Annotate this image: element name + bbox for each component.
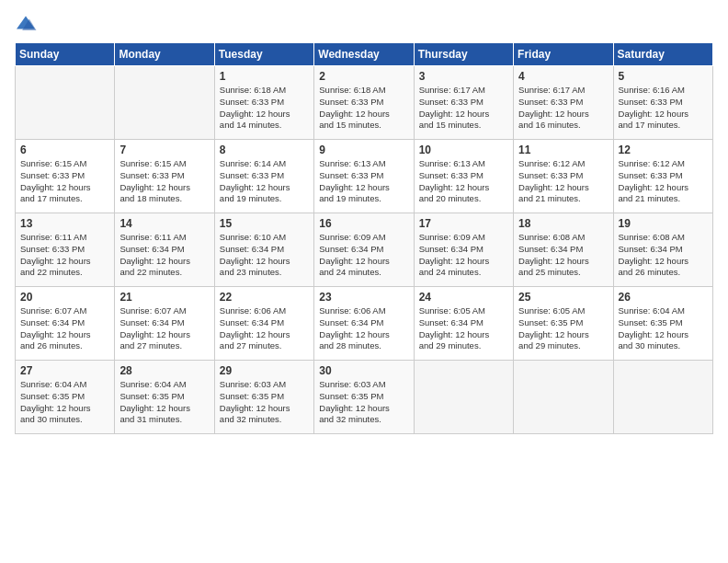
calendar-cell: 5Sunrise: 6:16 AM Sunset: 6:33 PM Daylig… (613, 66, 712, 140)
day-number: 13 (20, 217, 109, 230)
cell-info: Sunrise: 6:18 AM Sunset: 6:33 PM Dayligh… (319, 85, 408, 132)
day-number: 19 (619, 217, 708, 230)
calendar-cell: 20Sunrise: 6:07 AM Sunset: 6:34 PM Dayli… (16, 287, 115, 361)
cell-info: Sunrise: 6:03 AM Sunset: 6:35 PM Dayligh… (319, 379, 408, 426)
cell-info: Sunrise: 6:06 AM Sunset: 6:34 PM Dayligh… (319, 305, 408, 352)
calendar-cell: 10Sunrise: 6:13 AM Sunset: 6:33 PM Dayli… (414, 140, 513, 213)
cell-info: Sunrise: 6:14 AM Sunset: 6:33 PM Dayligh… (220, 158, 309, 205)
day-number: 11 (518, 144, 608, 156)
day-number: 2 (319, 70, 408, 83)
cell-info: Sunrise: 6:13 AM Sunset: 6:33 PM Dayligh… (419, 158, 508, 205)
calendar-cell: 3Sunrise: 6:17 AM Sunset: 6:33 PM Daylig… (414, 66, 513, 140)
day-number: 8 (220, 144, 309, 156)
day-number: 14 (119, 217, 209, 230)
day-number: 1 (220, 70, 309, 83)
cell-info: Sunrise: 6:16 AM Sunset: 6:33 PM Dayligh… (619, 85, 708, 132)
day-header: Wednesday (314, 43, 414, 66)
cell-info: Sunrise: 6:11 AM Sunset: 6:34 PM Dayligh… (119, 232, 209, 279)
day-number: 25 (518, 291, 608, 304)
day-header: Sunday (16, 43, 115, 66)
cell-info: Sunrise: 6:09 AM Sunset: 6:34 PM Dayligh… (319, 232, 408, 279)
day-number: 3 (419, 70, 508, 83)
day-header: Saturday (613, 43, 712, 66)
page-header (15, 15, 713, 33)
calendar-cell: 17Sunrise: 6:09 AM Sunset: 6:34 PM Dayli… (414, 213, 513, 287)
cell-info: Sunrise: 6:12 AM Sunset: 6:33 PM Dayligh… (619, 158, 708, 205)
day-header: Tuesday (214, 43, 313, 66)
day-number: 5 (619, 70, 708, 83)
day-number: 30 (319, 364, 408, 377)
day-header: Thursday (414, 43, 513, 66)
calendar-cell: 29Sunrise: 6:03 AM Sunset: 6:35 PM Dayli… (214, 361, 313, 434)
day-number: 12 (619, 144, 708, 156)
cell-info: Sunrise: 6:09 AM Sunset: 6:34 PM Dayligh… (419, 232, 508, 279)
day-number: 7 (119, 144, 209, 156)
cell-info: Sunrise: 6:12 AM Sunset: 6:33 PM Dayligh… (518, 158, 608, 205)
calendar-week-row: 13Sunrise: 6:11 AM Sunset: 6:33 PM Dayli… (16, 213, 713, 287)
cell-info: Sunrise: 6:05 AM Sunset: 6:35 PM Dayligh… (518, 305, 608, 352)
calendar-cell (16, 66, 115, 140)
cell-info: Sunrise: 6:04 AM Sunset: 6:35 PM Dayligh… (619, 305, 708, 352)
calendar-cell: 7Sunrise: 6:15 AM Sunset: 6:33 PM Daylig… (115, 140, 214, 213)
calendar-cell: 28Sunrise: 6:04 AM Sunset: 6:35 PM Dayli… (115, 361, 214, 434)
calendar-cell (115, 66, 214, 140)
day-number: 16 (319, 217, 408, 230)
calendar-cell: 24Sunrise: 6:05 AM Sunset: 6:34 PM Dayli… (414, 287, 513, 361)
day-number: 21 (119, 291, 209, 304)
cell-info: Sunrise: 6:15 AM Sunset: 6:33 PM Dayligh… (20, 158, 109, 205)
cell-info: Sunrise: 6:11 AM Sunset: 6:33 PM Dayligh… (20, 232, 109, 279)
calendar-table: SundayMondayTuesdayWednesdayThursdayFrid… (15, 42, 713, 434)
cell-info: Sunrise: 6:15 AM Sunset: 6:33 PM Dayligh… (119, 158, 209, 205)
day-number: 26 (619, 291, 708, 304)
day-number: 17 (419, 217, 508, 230)
day-number: 27 (20, 364, 109, 377)
day-number: 9 (319, 144, 408, 156)
calendar-week-row: 20Sunrise: 6:07 AM Sunset: 6:34 PM Dayli… (16, 287, 713, 361)
calendar-cell: 21Sunrise: 6:07 AM Sunset: 6:34 PM Dayli… (115, 287, 214, 361)
calendar-cell: 23Sunrise: 6:06 AM Sunset: 6:34 PM Dayli… (314, 287, 414, 361)
calendar-week-row: 27Sunrise: 6:04 AM Sunset: 6:35 PM Dayli… (16, 361, 713, 434)
cell-info: Sunrise: 6:17 AM Sunset: 6:33 PM Dayligh… (419, 85, 508, 132)
day-number: 24 (419, 291, 508, 304)
calendar-cell: 2Sunrise: 6:18 AM Sunset: 6:33 PM Daylig… (314, 66, 414, 140)
calendar-cell: 13Sunrise: 6:11 AM Sunset: 6:33 PM Dayli… (16, 213, 115, 287)
day-number: 6 (20, 144, 109, 156)
calendar-cell (414, 361, 513, 434)
cell-info: Sunrise: 6:13 AM Sunset: 6:33 PM Dayligh… (319, 158, 408, 205)
day-header: Friday (514, 43, 613, 66)
calendar-cell: 27Sunrise: 6:04 AM Sunset: 6:35 PM Dayli… (16, 361, 115, 434)
cell-info: Sunrise: 6:18 AM Sunset: 6:33 PM Dayligh… (220, 85, 309, 132)
cell-info: Sunrise: 6:08 AM Sunset: 6:34 PM Dayligh… (619, 232, 708, 279)
calendar-cell (613, 361, 712, 434)
cell-info: Sunrise: 6:06 AM Sunset: 6:34 PM Dayligh… (220, 305, 309, 352)
calendar-cell: 22Sunrise: 6:06 AM Sunset: 6:34 PM Dayli… (214, 287, 313, 361)
day-number: 18 (518, 217, 608, 230)
day-number: 10 (419, 144, 508, 156)
day-number: 23 (319, 291, 408, 304)
calendar-cell: 12Sunrise: 6:12 AM Sunset: 6:33 PM Dayli… (613, 140, 712, 213)
calendar-cell: 19Sunrise: 6:08 AM Sunset: 6:34 PM Dayli… (613, 213, 712, 287)
logo (15, 15, 40, 33)
logo-icon (15, 15, 37, 33)
calendar-cell: 14Sunrise: 6:11 AM Sunset: 6:34 PM Dayli… (115, 213, 214, 287)
day-header: Monday (115, 43, 214, 66)
calendar-cell: 15Sunrise: 6:10 AM Sunset: 6:34 PM Dayli… (214, 213, 313, 287)
calendar-header-row: SundayMondayTuesdayWednesdayThursdayFrid… (16, 43, 713, 66)
day-number: 22 (220, 291, 309, 304)
cell-info: Sunrise: 6:08 AM Sunset: 6:34 PM Dayligh… (518, 232, 608, 279)
cell-info: Sunrise: 6:04 AM Sunset: 6:35 PM Dayligh… (119, 379, 209, 426)
day-number: 15 (220, 217, 309, 230)
calendar-cell: 6Sunrise: 6:15 AM Sunset: 6:33 PM Daylig… (16, 140, 115, 213)
calendar-cell: 9Sunrise: 6:13 AM Sunset: 6:33 PM Daylig… (314, 140, 414, 213)
calendar-cell: 25Sunrise: 6:05 AM Sunset: 6:35 PM Dayli… (514, 287, 613, 361)
calendar-cell: 26Sunrise: 6:04 AM Sunset: 6:35 PM Dayli… (613, 287, 712, 361)
day-number: 29 (220, 364, 309, 377)
cell-info: Sunrise: 6:17 AM Sunset: 6:33 PM Dayligh… (518, 85, 608, 132)
calendar-cell: 18Sunrise: 6:08 AM Sunset: 6:34 PM Dayli… (514, 213, 613, 287)
cell-info: Sunrise: 6:05 AM Sunset: 6:34 PM Dayligh… (419, 305, 508, 352)
calendar-week-row: 1Sunrise: 6:18 AM Sunset: 6:33 PM Daylig… (16, 66, 713, 140)
calendar-cell: 1Sunrise: 6:18 AM Sunset: 6:33 PM Daylig… (214, 66, 313, 140)
cell-info: Sunrise: 6:04 AM Sunset: 6:35 PM Dayligh… (20, 379, 109, 426)
calendar-cell: 30Sunrise: 6:03 AM Sunset: 6:35 PM Dayli… (314, 361, 414, 434)
calendar-week-row: 6Sunrise: 6:15 AM Sunset: 6:33 PM Daylig… (16, 140, 713, 213)
